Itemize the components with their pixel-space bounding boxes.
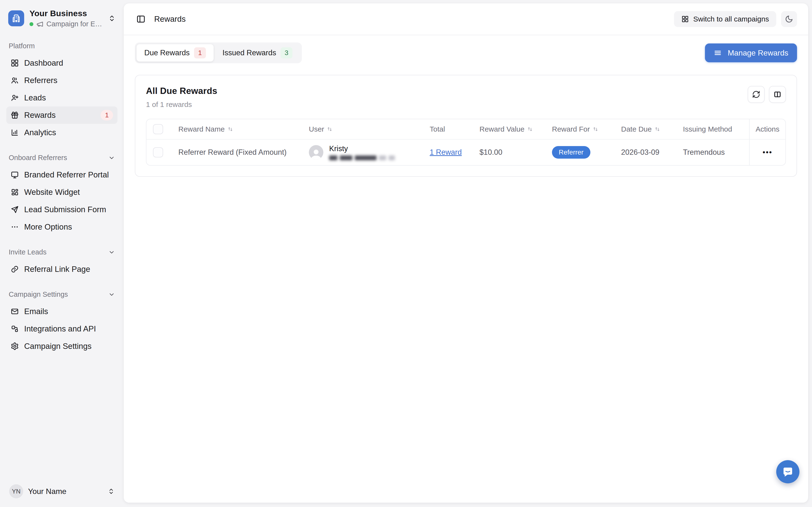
sort-icon — [654, 126, 660, 132]
sidebar-item-more-options[interactable]: More Options — [6, 218, 117, 236]
mail-icon — [11, 307, 19, 316]
chevron-down-icon — [108, 291, 115, 298]
business-logo-icon — [8, 10, 24, 26]
manage-rewards-button[interactable]: Manage Rewards — [705, 44, 797, 62]
page-title: Rewards — [154, 14, 186, 24]
user-plus-icon — [11, 94, 19, 102]
sort-icon — [527, 126, 533, 132]
chevron-down-icon — [108, 249, 115, 256]
send-icon — [11, 206, 19, 214]
sidebar-item-analytics[interactable]: Analytics — [6, 124, 117, 141]
chat-launcher-button[interactable] — [776, 460, 800, 483]
sidebar-item-campaign-settings[interactable]: Campaign Settings — [6, 338, 117, 355]
table-row: Referrer Reward (Fixed Amount) Kristy — [146, 139, 785, 165]
refresh-icon — [752, 90, 760, 99]
rewards-count-badge: 1 — [101, 110, 113, 120]
chevrons-up-down-icon — [108, 488, 114, 495]
sort-icon — [592, 126, 599, 132]
sidebar-item-emails[interactable]: Emails — [6, 303, 117, 320]
column-header-reward-for[interactable]: Reward For — [543, 119, 612, 139]
workspace-switcher[interactable]: Your Business Campaign for E… — [6, 7, 117, 30]
sidebar-item-dashboard[interactable]: Dashboard — [6, 54, 117, 72]
redacted-user-details — [329, 156, 395, 160]
column-header-actions: Actions — [749, 119, 785, 139]
card-subtitle: 1 of 1 rewards — [146, 101, 217, 109]
megaphone-icon — [36, 20, 44, 28]
campaign-name: Campaign for E… — [46, 20, 102, 28]
link-icon — [11, 265, 19, 273]
chat-bubble-icon — [781, 465, 794, 478]
sidebar-item-integrations-and-api[interactable]: Integrations and API — [6, 320, 117, 338]
sidebar-item-branded-referrer-portal[interactable]: Branded Referrer Portal — [6, 166, 117, 183]
main-panel: Rewards Switch to all campaigns Due Rewa… — [124, 3, 808, 503]
moon-icon — [785, 15, 793, 23]
due-rewards-table: Reward Name User Total Reward Value — [146, 119, 786, 166]
sidebar-item-lead-submission-form[interactable]: Lead Submission Form — [6, 201, 117, 218]
switch-campaigns-button[interactable]: Switch to all campaigns — [674, 11, 776, 27]
cell-user: Kristy — [300, 139, 421, 165]
user-menu[interactable]: YN Your Name — [6, 482, 117, 501]
sidebar-item-website-widget[interactable]: Website Widget — [6, 183, 117, 201]
table-header-row: Reward Name User Total Reward Value — [146, 119, 785, 139]
section-label-invite-leads[interactable]: Invite Leads — [9, 248, 115, 256]
column-header-date-due[interactable]: Date Due — [612, 119, 674, 139]
select-all-checkbox[interactable] — [153, 124, 163, 134]
user-avatar: YN — [9, 484, 23, 498]
dashboard-icon — [11, 59, 19, 67]
cell-reward-name: Referrer Reward (Fixed Amount) — [170, 139, 300, 165]
issued-count-badge: 3 — [281, 47, 293, 58]
sort-icon — [326, 126, 333, 132]
columns-icon — [773, 90, 781, 99]
grid-icon — [681, 15, 689, 23]
rewards-tabs: Due Rewards 1 Issued Rewards 3 — [135, 43, 302, 63]
user-name: Your Name — [28, 487, 103, 496]
all-due-rewards-card: All Due Rewards 1 of 1 rewards — [135, 75, 797, 177]
cell-issuing-method: Tremendous — [674, 139, 749, 165]
monitor-icon — [11, 171, 19, 179]
sidebar-item-referral-link-page[interactable]: Referral Link Page — [6, 261, 117, 278]
rewards-toolbar: Due Rewards 1 Issued Rewards 3 Manage Re… — [135, 43, 797, 63]
column-header-reward-value[interactable]: Reward Value — [471, 119, 543, 139]
dark-mode-toggle[interactable] — [781, 11, 797, 27]
sidebar-toggle-icon[interactable] — [135, 13, 147, 25]
user-first-name: Kristy — [329, 145, 395, 153]
column-header-issuing-method: Issuing Method — [674, 119, 749, 139]
workspace-name: Your Business — [30, 9, 103, 18]
row-checkbox[interactable] — [153, 147, 163, 157]
sidebar: Your Business Campaign for E… Platform D… — [0, 0, 124, 507]
tab-due-rewards[interactable]: Due Rewards 1 — [137, 44, 214, 62]
sort-icon — [227, 126, 234, 132]
refresh-button[interactable] — [748, 86, 765, 103]
card-title: All Due Rewards — [146, 86, 217, 96]
sidebar-item-referrers[interactable]: Referrers — [6, 72, 117, 89]
column-header-user[interactable]: User — [300, 119, 421, 139]
section-label-platform: Platform — [9, 42, 115, 50]
content-area: Due Rewards 1 Issued Rewards 3 Manage Re… — [124, 35, 808, 188]
sidebar-item-leads[interactable]: Leads — [6, 89, 117, 107]
status-dot — [30, 22, 33, 26]
gift-icon — [11, 111, 19, 119]
total-rewards-link[interactable]: 1 Reward — [430, 148, 462, 157]
chevron-down-icon — [108, 155, 115, 161]
cell-date-due: 2026-03-09 — [612, 139, 674, 165]
ellipsis-icon — [11, 223, 19, 231]
chevrons-up-down-icon — [108, 15, 115, 22]
menu-icon — [714, 49, 722, 57]
section-label-onboard-referrers[interactable]: Onboard Referrers — [9, 154, 115, 162]
column-header-reward-name[interactable]: Reward Name — [170, 119, 300, 139]
sidebar-item-rewards[interactable]: Rewards 1 — [6, 107, 117, 124]
column-header-total[interactable]: Total — [421, 119, 471, 139]
users-icon — [11, 76, 19, 84]
cell-reward-value: $10.00 — [471, 139, 543, 165]
workflow-icon — [11, 325, 19, 333]
tab-issued-rewards[interactable]: Issued Rewards 3 — [215, 44, 300, 62]
section-label-campaign-settings[interactable]: Campaign Settings — [9, 290, 115, 298]
topbar: Rewards Switch to all campaigns — [124, 3, 808, 35]
row-actions-button[interactable]: ••• — [763, 148, 773, 157]
columns-button[interactable] — [769, 86, 786, 103]
bar-chart-icon — [11, 128, 19, 137]
user-photo-avatar — [309, 145, 323, 160]
widget-grid-icon — [11, 188, 19, 196]
gear-icon — [11, 342, 19, 350]
due-count-badge: 1 — [194, 47, 206, 58]
